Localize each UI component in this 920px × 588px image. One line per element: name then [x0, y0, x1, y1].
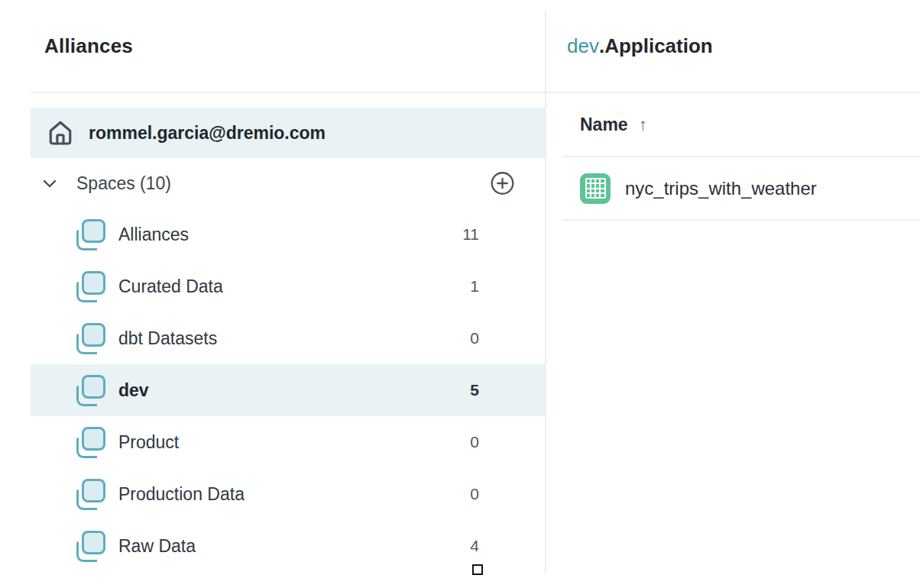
space-count: 11 — [456, 225, 479, 244]
space-name: Curated Data — [118, 276, 223, 297]
dataset-name: nyc_trips_with_weather — [625, 178, 817, 199]
spaces-section-header: Spaces (10) — [0, 158, 545, 208]
space-icon — [76, 323, 105, 354]
content-header: dev.Application — [546, 0, 920, 92]
sidebar-item-product[interactable]: Product 0 — [31, 416, 545, 468]
space-icon — [76, 219, 105, 250]
dataset-table-icon — [580, 173, 611, 204]
spaces-section-label: Spaces (10) — [76, 173, 171, 194]
sidebar-item-raw-data[interactable]: Raw Data 4 — [31, 520, 545, 572]
space-icon — [76, 375, 105, 406]
space-count: 0 — [456, 329, 479, 347]
space-name: Product — [118, 432, 179, 453]
space-icon — [76, 531, 105, 562]
space-name: Alliances — [118, 225, 189, 245]
chevron-down-icon[interactable] — [40, 174, 59, 192]
page-title: Application — [604, 34, 713, 57]
dataset-row-nyc-trips-with-weather[interactable]: nyc_trips_with_weather — [546, 157, 920, 219]
sort-ascending-icon: ↑ — [639, 115, 648, 135]
breadcrumb-space-link[interactable]: dev — [567, 34, 599, 57]
home-space-row[interactable]: rommel.garcia@dremio.com — [31, 108, 545, 158]
space-count: 1 — [456, 277, 479, 296]
table-row-divider — [562, 219, 920, 221]
space-count: 5 — [456, 381, 479, 399]
sidebar-item-dbt-datasets[interactable]: dbt Datasets 0 — [31, 312, 545, 364]
sidebar: Alliances rommel.garcia@dremio.com Space… — [0, 0, 545, 588]
add-space-button[interactable] — [490, 171, 515, 196]
home-icon — [47, 118, 74, 147]
stray-square-artifact — [472, 564, 483, 575]
dremio-catalog-app: Alliances rommel.garcia@dremio.com Space… — [0, 0, 920, 588]
space-icon — [76, 479, 105, 510]
space-icon — [76, 427, 105, 458]
sidebar-item-production-data[interactable]: Production Data 0 — [31, 468, 545, 520]
home-email-label: rommel.garcia@dremio.com — [89, 123, 326, 144]
plus-circle-icon — [490, 171, 515, 196]
sidebar-header-divider — [31, 92, 545, 93]
sidebar-item-dev[interactable]: dev 5 — [31, 364, 545, 416]
space-name: Raw Data — [118, 536, 196, 557]
sidebar-header: Alliances — [0, 0, 545, 92]
sidebar-title: Alliances — [44, 34, 133, 58]
space-icon — [76, 271, 105, 302]
space-name: dev — [118, 380, 149, 401]
content-panel: dev.Application Name ↑ nyc_trips_with_we… — [546, 0, 920, 588]
space-name: Production Data — [118, 484, 245, 505]
space-count: 4 — [456, 537, 479, 555]
name-column-label: Name — [580, 115, 628, 135]
breadcrumb: dev.Application — [567, 34, 713, 58]
table-header-name-column[interactable]: Name ↑ — [546, 93, 920, 156]
space-count: 0 — [456, 433, 479, 451]
sidebar-item-curated-data[interactable]: Curated Data 1 — [31, 260, 545, 312]
space-name: dbt Datasets — [118, 328, 217, 349]
space-count: 0 — [456, 485, 479, 503]
sidebar-item-alliances[interactable]: Alliances 11 — [31, 208, 545, 260]
